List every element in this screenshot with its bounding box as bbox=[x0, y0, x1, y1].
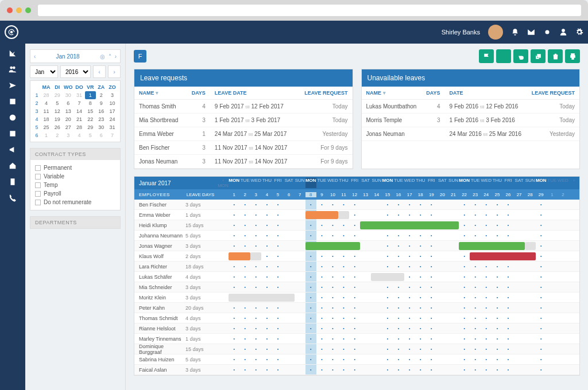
clipboard-icon[interactable] bbox=[9, 178, 17, 186]
sidebar: ‹ Jan 2018 ◎˄› Jan 2016 ‹ › MADIWODOVRZA… bbox=[25, 44, 126, 390]
print-button[interactable] bbox=[565, 49, 580, 63]
schedule-row[interactable]: Mia Schneider3 days••••••••••••••••••••• bbox=[134, 282, 579, 292]
contract-type-item[interactable]: Permanent bbox=[35, 163, 115, 172]
contract-types-header: CONTRACT TYPES bbox=[30, 149, 120, 160]
schedule-row[interactable]: Johanna Neumann5 days•••••••••••••••••••… bbox=[134, 231, 579, 241]
schedule-row[interactable]: Klaus Wolf2 days••••••••••••••••••••• bbox=[134, 251, 579, 262]
user-name[interactable]: Shirley Banks bbox=[442, 29, 480, 36]
gear-icon[interactable] bbox=[575, 28, 583, 36]
calendar-header: ‹ Jan 2018 ◎˄› bbox=[30, 49, 121, 63]
schedule-row[interactable]: Heidi Klump15 days••••••••••••••••••••• bbox=[134, 220, 579, 231]
contract-type-item[interactable]: Variable bbox=[35, 172, 115, 181]
contract-type-item[interactable]: Temp bbox=[35, 181, 115, 189]
schedule-row[interactable]: Thomas Schmidt4 days••••••••••••••••••••… bbox=[134, 313, 579, 323]
schedule-month: Januar 2017 bbox=[134, 180, 218, 186]
delete-button[interactable] bbox=[548, 49, 563, 63]
contract-types-panel: CONTRACT TYPES PermanentVariableTempPayr… bbox=[30, 148, 121, 210]
maximize-window[interactable] bbox=[25, 7, 31, 13]
cal-next[interactable]: › bbox=[115, 53, 117, 60]
plane-icon[interactable] bbox=[9, 81, 17, 89]
schedule-row[interactable]: Lara Richter18 days••••••••••••••••••••• bbox=[134, 262, 579, 272]
schedule-row[interactable]: Emma Weber1 days••••••••••••••••••••• bbox=[134, 210, 579, 220]
copy-button[interactable] bbox=[531, 49, 546, 63]
main-content: F Leave requests NAME ▾DAYSLEAVE DATELEA… bbox=[126, 44, 588, 390]
chart-icon[interactable] bbox=[9, 49, 17, 57]
schedule-row[interactable]: Marley Tinnemans1 days••••••••••••••••••… bbox=[134, 334, 579, 344]
cal-target-icon[interactable]: ◎ bbox=[100, 53, 105, 60]
dot-icon[interactable] bbox=[543, 28, 551, 36]
departments-header: DEPARTMENTS bbox=[30, 217, 120, 228]
table-row[interactable]: Lukas Mountbathon49 Feb 2016 till 12 Feb… bbox=[362, 100, 580, 114]
schedule-row[interactable]: Ben Fischer3 days••••••••••••••••••••• bbox=[134, 200, 579, 210]
top-bar: Shirley Banks bbox=[0, 21, 588, 44]
table-row[interactable]: Ben Fischer311 Nov 2017 till 14 Nov 2017… bbox=[134, 141, 353, 155]
cal-up-icon[interactable]: ˄ bbox=[109, 53, 111, 60]
bell-icon[interactable] bbox=[511, 28, 519, 36]
cal-prev[interactable]: ‹ bbox=[34, 53, 36, 60]
users-icon[interactable] bbox=[9, 65, 17, 73]
schedule-row[interactable]: Jonas Wagner3 days••••••••••••••••••••• bbox=[134, 241, 579, 251]
schedule-row[interactable]: Rianne Helsloot3 days•••••••••••••••••••… bbox=[134, 323, 579, 334]
schedule-row[interactable]: Peter Kahn20 days••••••••••••••••••••• bbox=[134, 303, 579, 313]
schedule-row[interactable]: Faical Aslan3 days••••••••••••••••••••• bbox=[134, 365, 579, 375]
url-bar[interactable] bbox=[38, 5, 581, 16]
schedule-row[interactable]: Moritz Klein3 days••••••••••••••••••••• bbox=[134, 292, 579, 303]
unavailable-leaves-title: Unavailable leaves bbox=[362, 69, 580, 87]
schedule-row[interactable]: Lukas Schäfer4 days••••••••••••••••••••• bbox=[134, 272, 579, 282]
home-icon[interactable] bbox=[9, 162, 17, 170]
close-window[interactable] bbox=[7, 7, 13, 13]
add-button[interactable] bbox=[496, 49, 511, 63]
contract-type-item[interactable]: Payroll bbox=[35, 189, 115, 198]
year-select[interactable]: 2016 bbox=[60, 65, 91, 78]
employees-header: EMPLOYEES bbox=[134, 192, 183, 197]
table-row[interactable]: Jonas Neuman311 Nov 2017 till 14 Nov 201… bbox=[134, 155, 353, 169]
megaphone-icon[interactable] bbox=[9, 146, 17, 154]
toolbar-buttons bbox=[479, 49, 580, 63]
leave-requests-card: Leave requests NAME ▾DAYSLEAVE DATELEAVE… bbox=[134, 69, 353, 169]
minimize-window[interactable] bbox=[16, 7, 22, 13]
contract-type-item[interactable]: Do not remunerate bbox=[35, 198, 115, 206]
schedule-grid: Januar 2017 ‹ MONMONTUEWEDTHUFRISATSUNMO… bbox=[134, 176, 580, 376]
month-select[interactable]: Jan bbox=[30, 65, 58, 78]
departments-panel: DEPARTMENTS bbox=[30, 216, 121, 229]
mail-icon[interactable] bbox=[527, 28, 535, 36]
window-controls bbox=[7, 7, 31, 13]
leave-days-header: LEAVE DAYS bbox=[183, 192, 218, 197]
svg-point-0 bbox=[546, 30, 550, 34]
table-row[interactable]: Mia Shortbread31 Feb 2017 till 3 Feb 201… bbox=[134, 114, 353, 127]
browser-chrome bbox=[0, 0, 588, 21]
calendar-icon[interactable] bbox=[9, 130, 17, 138]
brand-logo[interactable] bbox=[5, 25, 18, 39]
user-icon[interactable] bbox=[559, 28, 567, 36]
phone-icon[interactable] bbox=[9, 194, 17, 202]
filter-button[interactable]: F bbox=[134, 50, 146, 63]
unavailable-leaves-card: Unavailable leaves NAME ▾DAYSDATELEAVE R… bbox=[361, 69, 581, 169]
clock-icon[interactable] bbox=[9, 114, 17, 122]
table-row[interactable]: Morris Temple31 Feb 2016 till 3 Feb 2016… bbox=[362, 114, 580, 127]
schedule-row[interactable]: Dominique Burggraaf15 days••••••••••••••… bbox=[134, 344, 579, 354]
cal-next-small[interactable]: › bbox=[108, 65, 121, 78]
undo-button[interactable] bbox=[513, 49, 528, 63]
leave-requests-title: Leave requests bbox=[134, 69, 353, 87]
nav-rail bbox=[0, 44, 25, 390]
cal-prev-small[interactable]: ‹ bbox=[93, 65, 106, 78]
mini-calendar[interactable]: MADIWODOVRZAZO12829303112324567891031112… bbox=[30, 80, 121, 142]
calendar-add-icon[interactable] bbox=[9, 98, 17, 106]
table-row[interactable]: Jonas Neuman24 Mar 2016 till 25 Mar 2016… bbox=[362, 127, 580, 141]
schedule-row[interactable]: Sabrina Huizen5 days••••••••••••••••••••… bbox=[134, 354, 579, 365]
table-row[interactable]: Thomas Smith49 Feb 2017 till 12 Feb 2017… bbox=[134, 100, 353, 114]
avatar[interactable] bbox=[488, 25, 503, 40]
table-row[interactable]: Emma Weber124 Mar 2017 till 25 Mar 2017Y… bbox=[134, 127, 353, 141]
flag-button[interactable] bbox=[479, 49, 494, 63]
cal-title: Jan 2018 bbox=[56, 53, 79, 60]
